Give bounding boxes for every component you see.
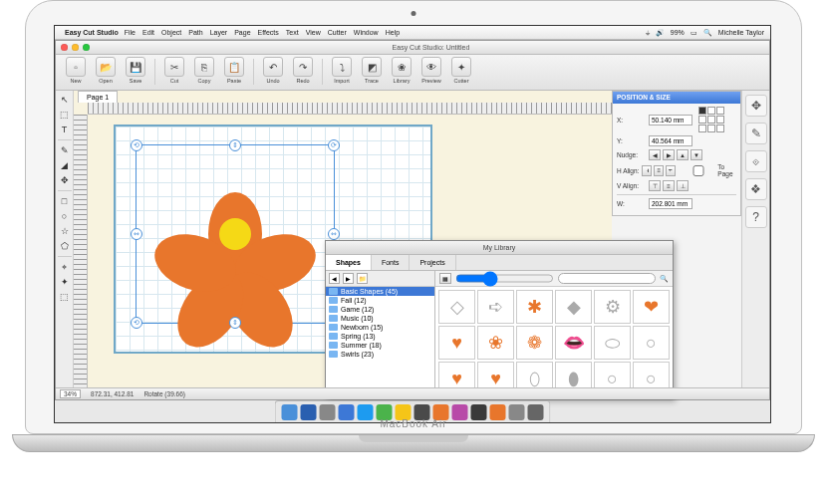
dock-app-2[interactable] bbox=[320, 404, 336, 420]
close-button[interactable] bbox=[61, 44, 68, 51]
halign-center-button[interactable]: ≡ bbox=[654, 165, 664, 176]
library-dialog[interactable]: My Library ShapesFontsProjects ◀ ▶ 📁 Bas… bbox=[325, 240, 674, 399]
dock-app-1[interactable] bbox=[301, 404, 317, 420]
cutter-button[interactable]: ✦Cutter bbox=[447, 57, 475, 84]
dock-app-10[interactable] bbox=[471, 404, 487, 420]
menu-file[interactable]: File bbox=[125, 29, 136, 36]
rightdock-4[interactable]: ? bbox=[745, 206, 767, 228]
library-shape-grid[interactable]: ◇➪✱◆⚙❤♥❀❁👄⬭○♥♥⬯⬮○○ bbox=[435, 287, 673, 398]
battery-icon[interactable]: ▭ bbox=[690, 29, 697, 37]
lib-folder[interactable]: Music (10) bbox=[326, 314, 434, 323]
lib-back-button[interactable]: ◀ bbox=[329, 273, 340, 284]
tool-15[interactable]: ⬚ bbox=[58, 290, 72, 304]
menu-cutter[interactable]: Cutter bbox=[328, 29, 347, 36]
lib-fwd-button[interactable]: ▶ bbox=[343, 273, 354, 284]
menubar-app-name[interactable]: Easy Cut Studio bbox=[65, 29, 119, 36]
rightdock-0[interactable]: ✥ bbox=[745, 95, 767, 117]
menubar-user[interactable]: Michelle Taylor bbox=[718, 29, 764, 36]
search-icon[interactable]: 🔍 bbox=[660, 275, 669, 283]
menu-help[interactable]: Help bbox=[386, 29, 400, 36]
zoom-button[interactable] bbox=[83, 44, 90, 51]
selection-box[interactable]: ⟲ ⟳ ⟲ ⤢ ⇕ ⇕ ⇔ ⇔ bbox=[136, 144, 335, 324]
open-button[interactable]: 📂Open bbox=[92, 57, 120, 84]
dock-app-3[interactable] bbox=[339, 404, 355, 420]
lib-shape[interactable]: ♥ bbox=[438, 326, 475, 360]
lib-newfolder-button[interactable]: 📁 bbox=[357, 273, 368, 284]
dock-app-4[interactable] bbox=[358, 404, 374, 420]
handle-left[interactable]: ⇔ bbox=[131, 228, 142, 240]
preview-button[interactable]: 👁Preview bbox=[417, 57, 445, 84]
wifi-icon[interactable]: ⏚ bbox=[646, 29, 650, 36]
menu-edit[interactable]: Edit bbox=[142, 29, 154, 36]
tool-0[interactable]: ↖ bbox=[58, 93, 72, 107]
menu-effects[interactable]: Effects bbox=[258, 29, 279, 36]
undo-button[interactable]: ↶Undo bbox=[259, 57, 287, 84]
tool-11[interactable]: ⬠ bbox=[58, 239, 72, 253]
save-button[interactable]: 💾Save bbox=[122, 57, 149, 84]
lib-folder[interactable]: Newborn (15) bbox=[326, 323, 434, 332]
lib-folder[interactable]: Summer (18) bbox=[326, 341, 434, 350]
valign-top-button[interactable]: ⊤ bbox=[649, 180, 661, 191]
menu-page[interactable]: Page bbox=[234, 29, 250, 36]
lib-tab-fonts[interactable]: Fonts bbox=[372, 255, 411, 270]
tool-14[interactable]: ✦ bbox=[58, 275, 72, 289]
nudge-right-button[interactable]: ▶ bbox=[663, 149, 675, 160]
lib-folder[interactable]: Spring (13) bbox=[326, 332, 434, 341]
lib-shape[interactable]: 👄 bbox=[555, 326, 592, 360]
lib-folder[interactable]: Swirls (23) bbox=[326, 350, 434, 359]
lib-shape[interactable]: ❤ bbox=[633, 290, 670, 324]
trace-button[interactable]: ◩Trace bbox=[358, 57, 386, 84]
lib-shape[interactable]: ❁ bbox=[516, 326, 553, 360]
paste-button[interactable]: 📋Paste bbox=[220, 57, 248, 84]
lib-view-button[interactable]: ▦ bbox=[439, 273, 451, 284]
lib-shape[interactable]: ◆ bbox=[555, 290, 592, 324]
lib-shape[interactable]: ⬭ bbox=[594, 326, 631, 360]
zoom-level[interactable]: 34% bbox=[60, 389, 81, 398]
nudge-up-button[interactable]: ▲ bbox=[677, 149, 689, 160]
menu-layer[interactable]: Layer bbox=[210, 29, 228, 36]
handle-top[interactable]: ⇕ bbox=[229, 139, 241, 151]
import-button[interactable]: ⤵Import bbox=[328, 57, 356, 84]
library-folder-list[interactable]: Basic Shapes (45)Fall (12)Game (12)Music… bbox=[326, 287, 434, 398]
w-input[interactable] bbox=[649, 198, 692, 209]
lib-shape[interactable]: ○ bbox=[633, 326, 670, 360]
lib-shape[interactable]: ❀ bbox=[477, 326, 514, 360]
valign-middle-button[interactable]: ≡ bbox=[663, 180, 675, 191]
anchor-grid[interactable] bbox=[698, 107, 724, 132]
lib-tab-shapes[interactable]: Shapes bbox=[326, 255, 372, 270]
menu-view[interactable]: View bbox=[306, 29, 321, 36]
halign-right-button[interactable]: ⫟ bbox=[666, 165, 676, 176]
to-page-checkbox[interactable] bbox=[682, 165, 715, 176]
lib-shape[interactable]: ➪ bbox=[477, 290, 514, 324]
tool-4[interactable]: ✎ bbox=[58, 143, 72, 157]
tool-2[interactable]: T bbox=[58, 123, 72, 136]
dock-app-12[interactable] bbox=[509, 404, 525, 420]
lib-folder[interactable]: Game (12) bbox=[326, 305, 434, 314]
rightdock-3[interactable]: ❖ bbox=[745, 178, 767, 200]
valign-bottom-button[interactable]: ⊥ bbox=[677, 180, 689, 191]
menu-path[interactable]: Path bbox=[188, 29, 202, 36]
handle-rotate-tr[interactable]: ⟳ bbox=[328, 139, 340, 151]
lib-folder[interactable]: Fall (12) bbox=[326, 296, 434, 305]
handle-rotate-bl[interactable]: ⟲ bbox=[131, 317, 142, 329]
tool-5[interactable]: ◢ bbox=[58, 158, 72, 172]
nudge-left-button[interactable]: ◀ bbox=[649, 149, 661, 160]
tool-8[interactable]: □ bbox=[58, 194, 72, 208]
menu-window[interactable]: Window bbox=[354, 29, 379, 36]
lib-size-slider[interactable] bbox=[455, 273, 554, 284]
new-button[interactable]: ▫New bbox=[62, 57, 90, 84]
menu-object[interactable]: Object bbox=[161, 29, 181, 36]
nudge-down-button[interactable]: ▼ bbox=[690, 149, 702, 160]
handle-bottom[interactable]: ⇕ bbox=[229, 317, 241, 329]
menu-text[interactable]: Text bbox=[286, 29, 299, 36]
search-icon[interactable]: 🔍 bbox=[703, 29, 712, 37]
lib-search-input[interactable] bbox=[558, 273, 657, 284]
lib-folder[interactable]: Basic Shapes (45) bbox=[326, 287, 434, 296]
minimize-button[interactable] bbox=[72, 44, 79, 51]
halign-left-button[interactable]: ⫞ bbox=[642, 165, 652, 176]
handle-rotate-tl[interactable]: ⟲ bbox=[131, 139, 142, 151]
page-tab[interactable]: Page 1 bbox=[78, 91, 118, 103]
library-button[interactable]: ❀Library bbox=[388, 57, 415, 84]
dock-app-11[interactable] bbox=[490, 404, 506, 420]
volume-icon[interactable]: 🔊 bbox=[656, 29, 665, 37]
